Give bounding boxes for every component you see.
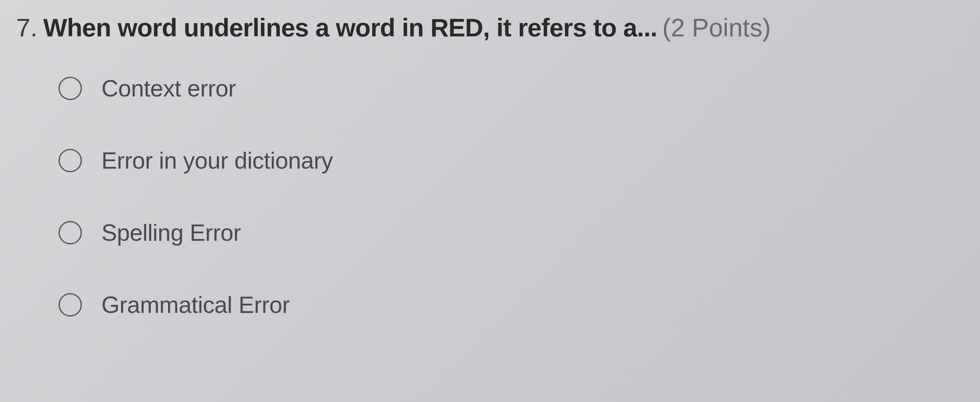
question-header: 7. When word underlines a word in RED, i… <box>16 13 964 43</box>
option-row-2[interactable]: Spelling Error <box>59 219 964 246</box>
question-text: When word underlines a word in RED, it r… <box>43 13 657 43</box>
option-row-3[interactable]: Grammatical Error <box>59 291 964 318</box>
radio-icon[interactable] <box>59 77 82 100</box>
option-label: Error in your dictionary <box>102 147 333 174</box>
radio-icon[interactable] <box>59 221 82 245</box>
option-label: Spelling Error <box>102 219 241 246</box>
option-row-0[interactable]: Context error <box>59 75 964 102</box>
option-label: Context error <box>102 75 236 102</box>
radio-icon[interactable] <box>59 293 82 316</box>
question-number: 7. <box>16 13 37 43</box>
radio-icon[interactable] <box>59 149 82 172</box>
option-row-1[interactable]: Error in your dictionary <box>59 147 964 174</box>
options-list: Context error Error in your dictionary S… <box>16 75 964 318</box>
question-points: (2 Points) <box>662 13 771 43</box>
option-label: Grammatical Error <box>102 291 290 318</box>
